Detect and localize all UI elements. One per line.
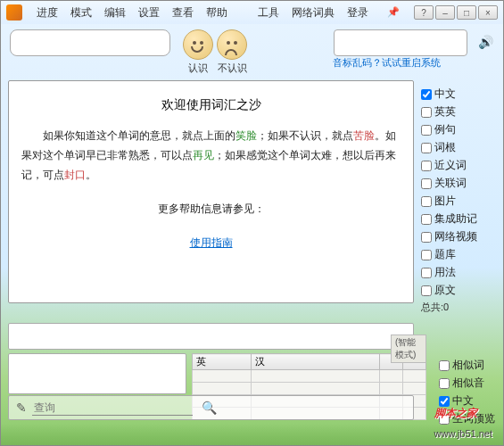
- chk-6[interactable]: [421, 196, 432, 207]
- menu-progress[interactable]: 进度: [31, 4, 63, 22]
- chk-label-5: 关联词: [434, 176, 467, 191]
- chk-1[interactable]: [421, 107, 432, 118]
- welcome-title: 欢迎使用词汇之沙: [21, 97, 401, 113]
- menu-login[interactable]: 登录: [342, 4, 374, 22]
- chk-label-8: 网络视频: [434, 229, 477, 244]
- chk2-0[interactable]: [439, 360, 450, 371]
- minimize-button[interactable]: –: [435, 5, 455, 20]
- help-button[interactable]: ?: [414, 5, 434, 20]
- chk-2[interactable]: [421, 125, 432, 136]
- sad-face-icon: [217, 29, 247, 60]
- bottom-bar: ✎ 🔍: [8, 395, 414, 420]
- chk-0[interactable]: [421, 89, 432, 100]
- menu-netdict[interactable]: 网络词典: [286, 4, 340, 22]
- titlebar: 进度 模式 编辑 设置 查看 帮助 工具 网络词典 登录 📌 ? – □ ×: [1, 1, 503, 24]
- chk-9[interactable]: [421, 250, 432, 260]
- app-logo-icon: [6, 4, 22, 21]
- chk-7[interactable]: [421, 214, 432, 225]
- note-box[interactable]: [8, 353, 186, 394]
- watermark: 脚本之家www.jb51.net: [434, 401, 492, 442]
- chk-4[interactable]: [421, 161, 432, 171]
- speaker-icon[interactable]: 🔊: [478, 35, 492, 49]
- search-icon[interactable]: 🔍: [202, 401, 217, 415]
- chk-label-7: 集成助记: [434, 211, 477, 227]
- menu-edit[interactable]: 编辑: [99, 4, 131, 22]
- menu-help[interactable]: 帮助: [201, 4, 233, 22]
- chk2-1[interactable]: [439, 378, 450, 389]
- menu-mode[interactable]: 模式: [65, 4, 97, 22]
- col-cn[interactable]: 汉: [251, 354, 379, 370]
- more-help-text: 更多帮助信息请参见：: [21, 199, 401, 219]
- smile-face-icon: [183, 29, 213, 60]
- menu-view[interactable]: 查看: [167, 4, 199, 22]
- chk-11[interactable]: [421, 285, 432, 296]
- chk-3[interactable]: [421, 143, 432, 153]
- smart-mode-label: (智能模式): [391, 334, 426, 363]
- know-label: 认识: [188, 62, 208, 75]
- guide-link[interactable]: 使用指南: [190, 236, 233, 249]
- chk2-label-1: 相似音: [452, 376, 484, 391]
- maximize-button[interactable]: □: [457, 5, 476, 20]
- table-row[interactable]: [193, 383, 426, 395]
- chk2-label-0: 相似词: [452, 358, 484, 373]
- chk-label-6: 图片: [434, 194, 456, 209]
- dontknow-label: 不认识: [218, 62, 247, 75]
- chk-label-10: 用法: [434, 265, 456, 280]
- chk-10[interactable]: [421, 268, 432, 278]
- chk-label-0: 中文: [434, 87, 456, 102]
- sidebar-options: 中文英英例句词根近义词关联词图片集成助记网络视频题库用法原文总共:0: [414, 80, 478, 318]
- know-face-button[interactable]: 认识: [183, 29, 213, 75]
- chk-5[interactable]: [421, 178, 432, 189]
- chk-label-1: 英英: [434, 104, 456, 120]
- dontknow-face-button[interactable]: 不认识: [217, 29, 247, 75]
- menu-tools[interactable]: 工具: [252, 4, 285, 22]
- chk-label-11: 原文: [434, 283, 456, 298]
- pencil-icon: ✎: [16, 401, 27, 415]
- chk-label-9: 题库: [434, 247, 456, 262]
- mid-panel: [8, 323, 414, 350]
- close-button[interactable]: ×: [478, 5, 498, 20]
- chk-label-2: 例句: [434, 122, 456, 137]
- word-input[interactable]: [10, 29, 170, 56]
- chk-8[interactable]: [421, 232, 432, 243]
- welcome-text: 如果你知道这个单词的意思，就点上面的笑脸；如果不认识，就点苦脸。如果对这个单词早…: [21, 126, 401, 185]
- query-input[interactable]: [32, 400, 193, 416]
- chk-label-4: 近义词: [434, 158, 467, 173]
- table-row[interactable]: [193, 370, 426, 383]
- col-en[interactable]: 英: [193, 354, 252, 370]
- main-content: 欢迎使用词汇之沙 如果你知道这个单词的意思，就点上面的笑脸；如果不认识，就点苦脸…: [8, 80, 414, 303]
- total-count: 总共:0: [421, 301, 478, 314]
- main-menu: 进度 模式 编辑 设置 查看 帮助 工具 网络词典 登录: [31, 4, 374, 22]
- secondary-input[interactable]: [334, 29, 467, 56]
- menu-settings[interactable]: 设置: [133, 4, 165, 22]
- pin-icon[interactable]: 📌: [387, 6, 400, 19]
- phonetic-hint-link[interactable]: 音标乱码？试试重启系统: [333, 56, 441, 70]
- chk-label-3: 词根: [434, 140, 456, 155]
